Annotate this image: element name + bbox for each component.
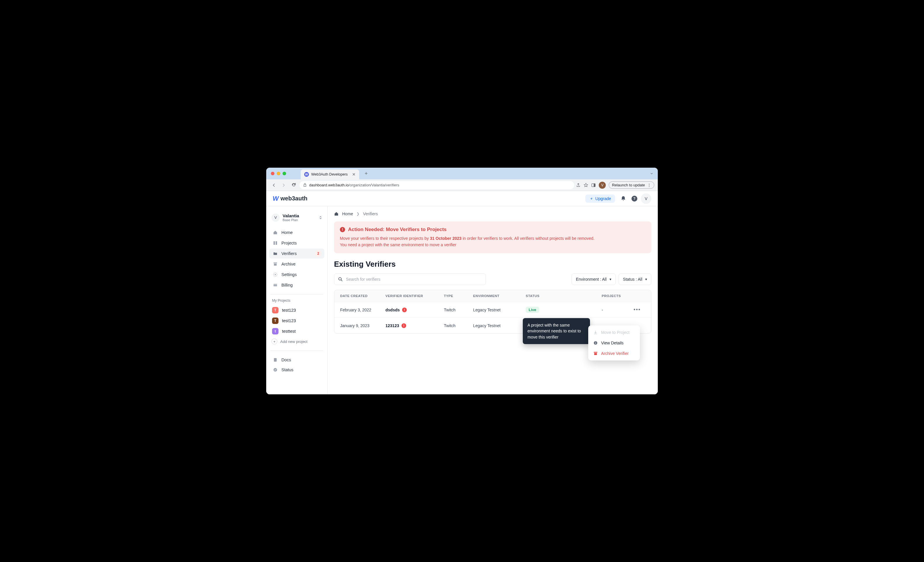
kebab-icon: ⋮ xyxy=(647,183,651,187)
upgrade-button[interactable]: Upgrade xyxy=(585,195,615,203)
cell-env: Legacy Testnet xyxy=(473,323,526,328)
browser-toolbar: dashboard.web3auth.io/organization/Valan… xyxy=(266,179,658,191)
col-type: TYPE xyxy=(444,294,473,298)
filter-group: Environment : All ▾ Status : All ▾ xyxy=(572,273,651,285)
sidebar-bottom-links: Docs Status xyxy=(269,355,324,375)
svg-rect-5 xyxy=(274,264,276,266)
brand-name: web3auth xyxy=(280,195,308,202)
user-avatar[interactable]: V xyxy=(641,193,651,204)
bookmark-icon[interactable] xyxy=(584,183,588,187)
notifications-icon[interactable] xyxy=(619,194,628,203)
search-input[interactable] xyxy=(346,277,482,282)
org-badge: V xyxy=(272,214,280,222)
col-date: DATE CREATED xyxy=(340,294,386,298)
chevron-updown-icon xyxy=(318,216,322,220)
project-badge: T xyxy=(272,318,279,324)
page-title: Existing Verifiers xyxy=(334,260,651,269)
header-actions: Upgrade ? V xyxy=(585,193,651,204)
sidebar: V Valantia Base Plan Home xyxy=(266,206,328,394)
org-switcher[interactable]: V Valantia Base Plan xyxy=(269,211,324,223)
org-name: Valantia xyxy=(283,213,299,218)
panel-icon[interactable] xyxy=(591,183,596,187)
divider xyxy=(270,351,323,351)
cell-date: February 3, 2022 xyxy=(340,307,386,312)
logo-mark-icon: W xyxy=(272,195,279,202)
sidebar-item-docs[interactable]: Docs xyxy=(269,355,324,365)
app-root: W web3auth Upgrade ? V xyxy=(266,191,658,394)
svg-point-10 xyxy=(273,368,277,372)
url-path: /organization/Valantia/verifiers xyxy=(349,183,399,187)
warning-icon: ! xyxy=(402,323,406,328)
browser-tab-active[interactable]: W Web3Auth Developers ✕ xyxy=(301,169,359,179)
alert-icon: ! xyxy=(340,227,345,232)
help-icon[interactable]: ? xyxy=(632,196,638,202)
add-project-button[interactable]: + Add new project xyxy=(269,337,324,346)
sidebar-item-verifiers[interactable]: Verifiers 2 xyxy=(269,249,324,259)
move-icon xyxy=(593,330,598,335)
controls-bar: Environment : All ▾ Status : All ▾ xyxy=(334,273,651,285)
profile-avatar[interactable]: V xyxy=(599,182,606,189)
project-item[interactable]: T test123 xyxy=(269,315,324,326)
breadcrumb-current: Verifiers xyxy=(363,211,378,216)
app-body: V Valantia Base Plan Home xyxy=(266,206,658,394)
project-badge: t xyxy=(272,328,279,334)
window-menu-icon[interactable] xyxy=(650,171,654,175)
traffic-lights xyxy=(271,172,286,175)
maximize-window-icon[interactable] xyxy=(283,172,286,175)
chevron-down-icon: ▾ xyxy=(645,277,647,281)
close-window-icon[interactable] xyxy=(271,172,274,175)
grid-icon xyxy=(273,241,278,245)
browser-tabs: W Web3Auth Developers ✕ xyxy=(301,168,359,179)
url-host: dashboard.web3auth.io xyxy=(309,183,349,187)
filter-status[interactable]: Status : All ▾ xyxy=(619,273,651,285)
my-projects-label: My Projects xyxy=(269,298,324,305)
cell-status: Live xyxy=(526,307,602,313)
svg-rect-2 xyxy=(273,241,275,245)
home-icon[interactable] xyxy=(334,211,339,216)
col-environment: ENVIRONMENT xyxy=(473,294,526,298)
back-button[interactable] xyxy=(270,181,278,189)
verifiers-count-badge: 2 xyxy=(315,250,321,257)
card-icon xyxy=(273,283,278,288)
filter-environment[interactable]: Environment : All ▾ xyxy=(572,273,616,285)
breadcrumb: Home ❯ Verifiers xyxy=(334,211,651,216)
row-actions-button[interactable]: ••• xyxy=(633,307,645,313)
status-badge: Live xyxy=(526,307,539,313)
menu-view-details[interactable]: View Details xyxy=(588,338,640,348)
svg-rect-4 xyxy=(273,262,277,264)
cell-type: Twitch xyxy=(444,323,473,328)
cell-env: Legacy Testnet xyxy=(473,307,526,312)
sidebar-item-billing[interactable]: Billing xyxy=(269,280,324,290)
svg-rect-13 xyxy=(595,343,596,344)
sidebar-item-status[interactable]: Status xyxy=(269,365,324,375)
share-icon[interactable] xyxy=(576,183,580,187)
sidebar-item-archive[interactable]: Archive xyxy=(269,259,324,269)
svg-rect-16 xyxy=(594,353,597,355)
lock-icon xyxy=(303,183,307,187)
minimize-window-icon[interactable] xyxy=(277,172,280,175)
project-item[interactable]: t testtest xyxy=(269,326,324,337)
gear-icon xyxy=(273,272,278,277)
reload-button[interactable] xyxy=(290,181,298,189)
sidebar-item-home[interactable]: Home xyxy=(269,228,324,237)
relaunch-button[interactable]: Relaunch to update ⋮ xyxy=(609,181,654,189)
forward-button[interactable] xyxy=(280,181,288,189)
brand-logo[interactable]: W web3auth xyxy=(273,195,308,202)
svg-rect-3 xyxy=(276,241,277,245)
new-tab-button[interactable]: + xyxy=(363,170,370,177)
project-item[interactable]: T test123 xyxy=(269,305,324,315)
col-projects: PROJECTS xyxy=(602,294,633,298)
cell-date: January 9, 2023 xyxy=(340,323,386,328)
cell-projects: - xyxy=(602,307,633,312)
close-tab-icon[interactable]: ✕ xyxy=(352,172,356,177)
app-header: W web3auth Upgrade ? V xyxy=(266,191,658,206)
menu-archive-verifier[interactable]: Archive Verifier xyxy=(588,348,640,359)
address-bar[interactable]: dashboard.web3auth.io/organization/Valan… xyxy=(300,181,574,189)
sidebar-item-projects[interactable]: Projects xyxy=(269,238,324,248)
browser-window: W Web3Auth Developers ✕ + dashboard. xyxy=(266,168,658,394)
sidebar-item-settings[interactable]: Settings xyxy=(269,270,324,280)
svg-rect-9 xyxy=(274,358,276,362)
breadcrumb-home[interactable]: Home xyxy=(342,211,353,216)
favicon-icon: W xyxy=(304,172,309,177)
search-icon xyxy=(338,277,343,282)
